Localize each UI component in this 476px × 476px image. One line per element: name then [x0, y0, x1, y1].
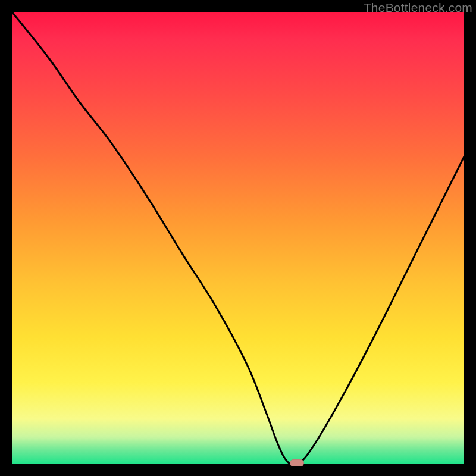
plot-area — [12, 12, 464, 464]
minimum-marker — [290, 459, 304, 466]
chart-frame: TheBottleneck.com — [0, 0, 476, 476]
bottleneck-curve — [12, 12, 464, 464]
